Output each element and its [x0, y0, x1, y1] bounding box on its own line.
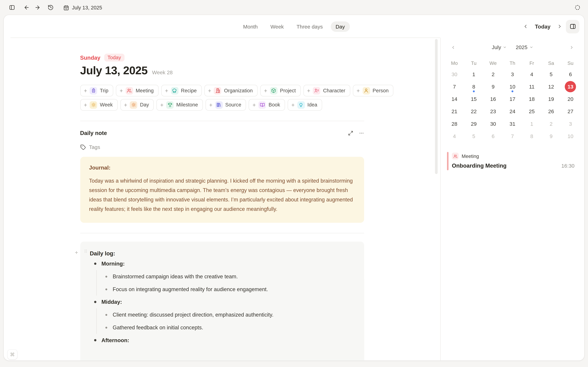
calendar-day[interactable]: 2 — [541, 117, 561, 130]
weekday-label: Th — [503, 58, 522, 68]
calendar-day[interactable]: 23 — [483, 105, 503, 117]
expand-icon[interactable] — [348, 130, 353, 136]
add-source-button[interactable]: +Source — [206, 99, 246, 111]
calendar-day[interactable]: 31 — [503, 117, 522, 130]
next-month-chevron-icon[interactable] — [569, 45, 574, 50]
dashed-circle-icon[interactable] — [572, 2, 583, 13]
add-character-button[interactable]: +Character — [303, 85, 350, 96]
prev-day-chevron-icon[interactable] — [523, 24, 529, 29]
calendar-day[interactable]: 9 — [483, 80, 503, 93]
calendar-day[interactable]: 30 — [483, 117, 503, 130]
header-right-controls: Today — [523, 15, 579, 38]
grip-icon[interactable] — [83, 248, 88, 254]
plus-icon: + — [307, 88, 310, 93]
calendar-day[interactable]: 3 — [503, 68, 522, 80]
add-project-button[interactable]: +Project — [260, 85, 301, 96]
daily-log-block[interactable]: Daily log: Morning:Brainstormed campaign… — [80, 242, 364, 360]
calendar-day[interactable]: 20 — [561, 93, 580, 105]
library-icon — [215, 101, 223, 109]
add-trip-button[interactable]: +Trip — [80, 85, 113, 96]
add-recipe-button[interactable]: +Recipe — [161, 85, 201, 96]
calendar-day[interactable]: 10 — [561, 130, 580, 142]
calendar-day[interactable]: 26 — [541, 105, 561, 117]
calendar-day[interactable]: 17 — [503, 93, 522, 105]
plus-icon: + — [291, 102, 295, 108]
calendar-day-today[interactable]: 13 — [561, 80, 580, 93]
month-label: July — [492, 44, 501, 50]
calendar-day[interactable]: 7 — [445, 80, 464, 93]
add-book-button[interactable]: +Book — [249, 99, 285, 111]
log-section-title[interactable]: Afternoon: — [90, 334, 364, 347]
calendar-day[interactable]: 8 — [464, 80, 483, 93]
plus-icon: + — [84, 102, 87, 108]
log-item[interactable]: Gathered feedback on initial concepts. — [97, 321, 364, 334]
calendar-day[interactable]: 4 — [522, 68, 542, 80]
prev-month-chevron-icon[interactable] — [451, 45, 455, 50]
calendar-day[interactable]: 6 — [483, 130, 503, 142]
calendar-day[interactable]: 25 — [522, 105, 542, 117]
log-item[interactable]: Brainstormed campaign ideas with the cre… — [97, 270, 364, 283]
journal-callout[interactable]: Journal: Today was a whirlwind of inspir… — [80, 157, 364, 223]
plus-icon: + — [165, 88, 168, 93]
today-button[interactable]: Today — [535, 23, 551, 29]
log-section-title[interactable]: Midday: — [90, 296, 364, 308]
panel-left-icon[interactable] — [7, 2, 17, 13]
year-dropdown[interactable]: 2025 — [516, 44, 533, 50]
tag-chip-label: Project — [280, 88, 296, 93]
calendar-day[interactable]: 5 — [541, 68, 561, 80]
tab-month[interactable]: Month — [238, 21, 263, 32]
tab-day[interactable]: Day — [331, 21, 350, 32]
add-week-button[interactable]: +Week — [80, 99, 118, 111]
calendar-day[interactable]: 2 — [483, 68, 503, 80]
calendar-day[interactable]: 15 — [464, 93, 483, 105]
calendar-day[interactable]: 8 — [522, 130, 542, 142]
calendar-day[interactable]: 28 — [445, 117, 464, 130]
calendar-day[interactable]: 19 — [541, 93, 561, 105]
calendar-day[interactable]: 4 — [445, 130, 464, 142]
calendar-day[interactable]: 1 — [522, 117, 542, 130]
log-section-title[interactable]: Morning: — [90, 257, 364, 270]
calendar-day[interactable]: 10 — [503, 80, 522, 93]
back-arrow-icon[interactable] — [21, 2, 32, 13]
add-milestone-button[interactable]: +Milestone — [157, 99, 203, 111]
calendar-day[interactable]: 16 — [483, 93, 503, 105]
tab-three-days[interactable]: Three days — [292, 21, 328, 32]
panel-right-toggle-button[interactable] — [566, 20, 579, 33]
event-card[interactable]: Meeting Onboarding Meeting 16:30 — [447, 152, 574, 170]
calendar-day[interactable]: 5 — [464, 130, 483, 142]
calendar-day[interactable]: 12 — [541, 80, 561, 93]
plus-icon[interactable]: + — [75, 249, 78, 255]
daily-note-header: Daily note — [80, 130, 364, 136]
calendar-day[interactable]: 9 — [541, 130, 561, 142]
topbar-date[interactable]: 12 July 13, 2025 — [63, 5, 102, 10]
command-shortcut-button[interactable]: ⌘ — [8, 350, 17, 359]
book-open-icon — [258, 101, 266, 109]
add-person-button[interactable]: +Person — [353, 85, 394, 96]
calendar-day[interactable]: 6 — [561, 68, 580, 80]
forward-arrow-icon[interactable] — [32, 2, 43, 13]
calendar-day[interactable]: 7 — [503, 130, 522, 142]
add-organization-button[interactable]: +Organization — [204, 85, 257, 96]
calendar-day[interactable]: 27 — [561, 105, 580, 117]
add-meeting-button[interactable]: +Meeting — [116, 85, 158, 96]
calendar-day[interactable]: 30 — [445, 68, 464, 80]
log-item[interactable]: Client meeting: discussed project direct… — [97, 308, 364, 321]
history-icon[interactable] — [45, 2, 56, 13]
calendar-day[interactable]: 3 — [561, 117, 580, 130]
calendar-day[interactable]: 1 — [464, 68, 483, 80]
calendar-day[interactable]: 29 — [464, 117, 483, 130]
add-day-button[interactable]: +Day — [120, 99, 154, 111]
calendar-day[interactable]: 14 — [445, 93, 464, 105]
log-item[interactable]: Focus on integrating augmented reality f… — [97, 283, 364, 296]
calendar-day[interactable]: 24 — [503, 105, 522, 117]
add-idea-button[interactable]: +Idea — [288, 99, 322, 111]
tab-week[interactable]: Week — [266, 21, 289, 32]
calendar-day[interactable]: 21 — [445, 105, 464, 117]
tags-property-row[interactable]: Tags — [80, 144, 364, 150]
more-options-icon[interactable] — [359, 130, 364, 136]
month-dropdown[interactable]: July — [492, 44, 507, 50]
calendar-day[interactable]: 22 — [464, 105, 483, 117]
next-day-chevron-icon[interactable] — [557, 24, 563, 29]
calendar-day[interactable]: 18 — [522, 93, 542, 105]
calendar-day[interactable]: 11 — [522, 80, 542, 93]
